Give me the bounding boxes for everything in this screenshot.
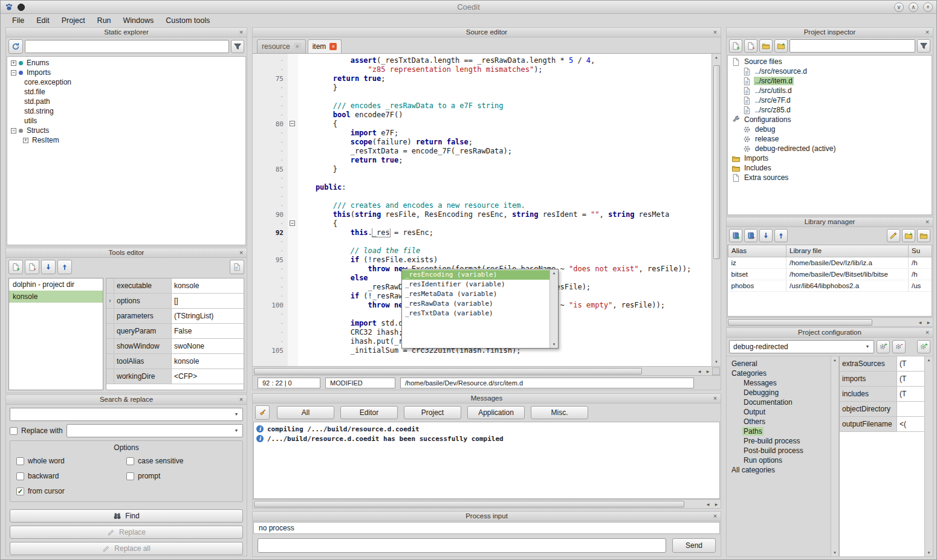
chevron-down-icon[interactable]: ▼ — [863, 342, 872, 352]
tree-node[interactable]: std.file — [7, 87, 245, 97]
edit-tool-file-button[interactable] — [230, 260, 244, 274]
scrollbar-thumb[interactable] — [728, 319, 872, 326]
move-tool-down-button[interactable] — [41, 260, 56, 274]
message-row[interactable]: i/.../build/resource.d.coedit has been s… — [256, 434, 717, 443]
property-value[interactable]: konsole — [172, 354, 244, 369]
scroll-up-icon[interactable]: ▲ — [833, 356, 837, 364]
tree-node[interactable]: +ResItem — [7, 135, 245, 145]
property-value[interactable]: <( — [897, 417, 924, 431]
tree-node[interactable]: ../src/item.d — [728, 76, 932, 86]
from-cursor-checkbox[interactable]: ✓ — [16, 488, 24, 495]
tab-close-icon[interactable]: × — [294, 43, 301, 50]
filter-misc[interactable]: Misc. — [531, 406, 588, 419]
scroll-down-icon[interactable]: ▼ — [715, 358, 718, 366]
property-row[interactable]: imports(T — [840, 372, 924, 387]
property-value[interactable]: konsole — [172, 278, 244, 293]
messages-horizontal-scrollbar[interactable]: ◀ ▶ — [253, 499, 721, 508]
category-item[interactable]: Run options — [727, 455, 831, 465]
property-value[interactable]: False — [172, 324, 244, 338]
close-icon[interactable]: × — [237, 28, 245, 36]
symbol-search-input[interactable] — [25, 40, 229, 53]
close-icon[interactable]: × — [711, 28, 719, 36]
code-line[interactable]: · — [253, 237, 712, 246]
filter-funnel-icon[interactable] — [917, 39, 930, 53]
category-item[interactable]: Post-build process — [727, 446, 831, 455]
messages-header[interactable]: Messages × — [253, 394, 721, 404]
replace-with-checkbox[interactable] — [10, 427, 18, 435]
filter-editor[interactable]: Editor — [340, 406, 398, 419]
close-icon[interactable]: × — [923, 328, 932, 336]
tree-node[interactable]: Extra sources — [728, 173, 932, 182]
tree-node[interactable]: Source files — [728, 57, 932, 66]
scrollbar-thumb[interactable] — [713, 65, 720, 259]
property-row[interactable]: workingDire<CFP> — [106, 369, 244, 384]
property-row[interactable]: ›options[] — [106, 294, 244, 309]
code-line[interactable]: · — [253, 192, 712, 201]
tree-node[interactable]: std.path — [7, 97, 245, 106]
code-line[interactable]: 95if (!resFile.exists) — [253, 256, 712, 265]
collapse-icon[interactable]: − — [11, 128, 16, 134]
process-input-header[interactable]: Process input × — [253, 512, 721, 521]
scroll-down-icon[interactable]: ▼ — [927, 549, 931, 556]
search-combo[interactable]: ▼ — [10, 408, 243, 421]
project-inspector-header[interactable]: Project inspector × — [727, 28, 933, 37]
completion-item[interactable]: _resMetaData (variable) — [402, 289, 550, 299]
filter-application[interactable]: Application — [467, 406, 525, 419]
tools-editor-header[interactable]: Tools editor × — [6, 248, 247, 258]
library-horizontal-scrollbar[interactable]: ◀ ▶ — [727, 317, 933, 326]
refresh-button[interactable] — [8, 39, 23, 54]
scroll-up-icon[interactable]: ▲ — [927, 356, 931, 364]
close-icon[interactable]: × — [711, 394, 719, 402]
tree-node[interactable]: +Enums — [7, 58, 245, 68]
library-from-project-button[interactable] — [917, 229, 930, 242]
tab-close-icon[interactable]: × — [329, 43, 337, 50]
scroll-right-icon[interactable]: ▶ — [924, 320, 933, 324]
menu-windows[interactable]: Windows — [118, 16, 160, 25]
maximize-button[interactable]: ∧ — [909, 2, 918, 12]
code-line[interactable]: ·"z85 representation length mismatches")… — [253, 65, 712, 74]
tree-node[interactable]: Imports — [728, 153, 932, 163]
code-line[interactable]: ·/// encodes _resRawData to a e7F string — [253, 101, 712, 111]
tree-node[interactable]: Configurations — [728, 115, 932, 124]
property-row[interactable]: outputFilename<( — [840, 417, 924, 432]
library-row[interactable]: bitset/home/basile/Dev/Bitset/lib/bitse/… — [728, 268, 933, 280]
tree-node[interactable]: Includes — [728, 163, 932, 173]
code-editor[interactable]: ·assert(_resTxtData.length == _resRawDat… — [253, 54, 721, 366]
code-line[interactable]: ·assert(_resTxtData.length == _resRawDat… — [253, 56, 712, 65]
category-item[interactable]: Paths — [727, 426, 831, 436]
scroll-up-icon[interactable]: ▲ — [553, 269, 556, 277]
property-value[interactable]: (T — [897, 356, 924, 371]
code-line[interactable]: · — [253, 174, 712, 183]
collapse-icon[interactable]: − — [11, 70, 16, 76]
category-item[interactable]: Others — [727, 417, 831, 426]
scroll-right-icon[interactable]: ▶ — [712, 502, 721, 506]
scrollbar-thumb[interactable] — [254, 501, 684, 507]
expand-icon[interactable]: + — [11, 60, 16, 66]
property-row[interactable]: queryParamFalse — [106, 324, 244, 339]
tree-node[interactable]: release — [728, 134, 932, 144]
send-button[interactable]: Send — [672, 538, 716, 553]
find-button[interactable]: Find — [10, 509, 243, 523]
library-manager-header[interactable]: Library manager × — [727, 217, 933, 227]
category-item[interactable]: Debugging — [727, 388, 831, 397]
property-value[interactable]: <CFP> — [172, 369, 244, 384]
code-line[interactable]: ·_resTxtData = encode_7F(_resRawData); — [253, 147, 712, 156]
completion-item[interactable]: _resTxtData (variable) — [402, 309, 550, 318]
completion-item[interactable]: _resEncoding (variable) — [402, 270, 550, 280]
property-row[interactable]: includes(T — [840, 387, 924, 402]
library-row[interactable]: iz/home/basile/Dev/Iz/lib/iz.a/h — [728, 257, 933, 268]
grid-scrollbar[interactable]: ▲ ▼ — [924, 356, 933, 556]
library-row[interactable]: phobos/usr/lib64/libphobos2.a/us — [728, 280, 933, 291]
code-line[interactable]: 92this._res = resEnc; — [253, 228, 712, 237]
property-value[interactable]: (TStringList) — [172, 309, 244, 323]
open-folder-button[interactable]: + — [774, 39, 788, 53]
remove-library-button[interactable]: - — [744, 229, 757, 242]
scroll-up-icon[interactable]: ▲ — [715, 54, 718, 62]
inspector-filter-input[interactable] — [789, 39, 915, 53]
filter-project[interactable]: Project — [404, 406, 461, 419]
fold-icon[interactable]: − — [290, 121, 295, 126]
tool-list-item[interactable]: konsole — [9, 291, 103, 303]
property-row[interactable]: showWindowswoNone — [106, 339, 244, 354]
code-line[interactable]: 80−{ — [253, 120, 712, 129]
whole-word-checkbox[interactable] — [16, 457, 24, 465]
